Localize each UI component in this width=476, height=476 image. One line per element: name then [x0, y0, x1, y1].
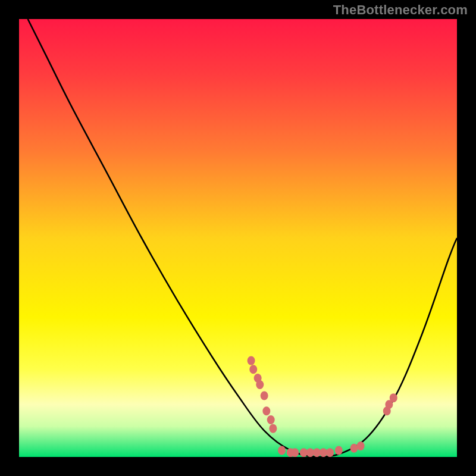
data-marker [256, 380, 264, 389]
data-marker [261, 391, 268, 400]
chart-frame: TheBottlenecker.com [0, 0, 476, 476]
data-marker [291, 448, 299, 457]
data-marker [326, 448, 334, 457]
chart-svg [19, 19, 457, 457]
data-marker [262, 406, 270, 415]
data-marker [269, 424, 277, 433]
data-marker [390, 393, 397, 402]
data-marker [249, 365, 257, 374]
data-marker [278, 446, 286, 455]
data-marker [335, 446, 343, 455]
chart-plot-area [19, 19, 457, 457]
data-marker [357, 441, 365, 450]
attribution-label: TheBottlenecker.com [333, 2, 468, 18]
data-marker [267, 415, 275, 424]
data-marker [248, 356, 255, 365]
data-marker [350, 444, 358, 453]
gradient-background [19, 19, 457, 457]
